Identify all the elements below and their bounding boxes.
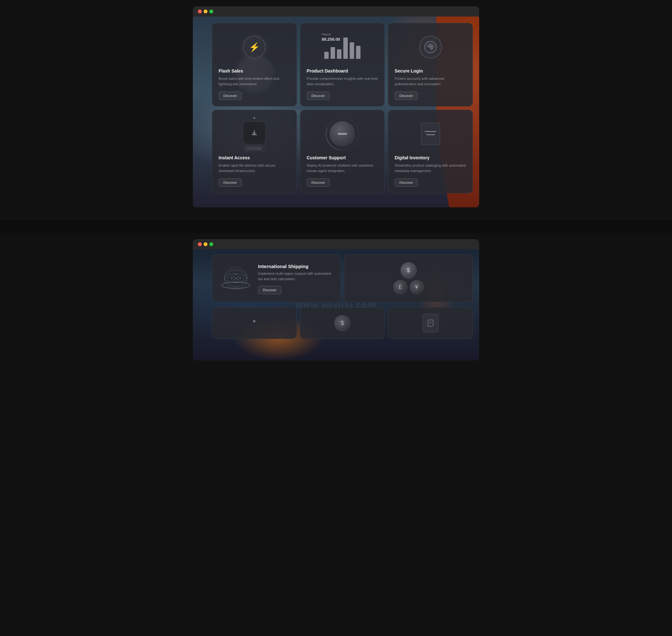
svg-point-17 bbox=[235, 274, 236, 275]
payout-label: Payout 88.256.00 bbox=[322, 33, 340, 42]
card-currency: $ £ ¥ bbox=[344, 254, 473, 302]
card-customer-support: Customer Support Deploy AI-powered chatb… bbox=[300, 110, 385, 193]
secure-desc: Protect accounts with advanced authentic… bbox=[395, 76, 466, 86]
dashboard-desc: Provide comprehensive insights with real… bbox=[307, 76, 378, 86]
svg-point-11 bbox=[238, 276, 238, 277]
browser-window-1: www.anyusj.com ⚡ Flash Sales Boost sales… bbox=[193, 6, 479, 207]
svg-point-10 bbox=[235, 278, 236, 279]
dot-green-1[interactable] bbox=[209, 9, 213, 13]
customer-icon-area bbox=[307, 116, 378, 151]
partial-card-1 bbox=[212, 307, 297, 339]
svg-point-14 bbox=[234, 280, 234, 280]
shipping-discover-button[interactable]: Discover bbox=[258, 286, 281, 294]
shipping-title: International Shipping bbox=[258, 264, 333, 269]
bar-4 bbox=[343, 38, 348, 59]
top-dot bbox=[253, 117, 255, 119]
dot-red-2[interactable] bbox=[198, 242, 202, 246]
flash-sales-icon-area: ⚡ bbox=[218, 29, 290, 64]
cards-grid-1: ⚡ Flash Sales Boost sales with time-limi… bbox=[193, 17, 479, 200]
bar-6 bbox=[356, 46, 361, 59]
partial-doc-icon bbox=[423, 314, 439, 332]
card-flash-sales: ⚡ Flash Sales Boost sales with time-limi… bbox=[212, 23, 297, 106]
browser-bg-1: www.anyusj.com ⚡ Flash Sales Boost sales… bbox=[193, 17, 479, 207]
browser-chrome-2 bbox=[193, 239, 479, 249]
download-svg bbox=[250, 128, 259, 137]
cards-grid-2: International Shipping Implement multi-r… bbox=[193, 249, 479, 307]
digital-discover-button[interactable]: Discover bbox=[395, 178, 418, 187]
browser-bg-2: www.anyusj.com bbox=[193, 249, 479, 361]
shipping-desc: Implement multi-region support with auto… bbox=[258, 271, 333, 281]
sphere-icon bbox=[330, 121, 355, 146]
section-separator bbox=[0, 220, 672, 233]
download-icon bbox=[243, 121, 266, 144]
customer-discover-button[interactable]: Discover bbox=[307, 178, 330, 187]
bar-2 bbox=[331, 47, 335, 59]
cards-grid-3: $ bbox=[193, 307, 479, 342]
dot-red-1[interactable] bbox=[198, 9, 202, 13]
fingerprint-svg bbox=[424, 41, 437, 54]
screen-bottom: www.anyusj.com bbox=[0, 239, 672, 361]
secure-title: Secure Login bbox=[395, 68, 466, 74]
flash-sales-desc: Boost sales with time-limited offers and… bbox=[218, 76, 290, 86]
instant-icon-area: DISCOVER bbox=[218, 116, 290, 151]
partial-dollar-icon: $ bbox=[334, 315, 350, 331]
svg-point-5 bbox=[228, 270, 244, 286]
dashboard-icon-area: Payout 88.256.00 bbox=[307, 29, 378, 64]
partial-card-2: $ bbox=[300, 307, 385, 339]
bar-1 bbox=[324, 52, 329, 59]
dashboard-discover-button[interactable]: Discover bbox=[307, 92, 330, 100]
flash-sales-discover-button[interactable]: Discover bbox=[218, 92, 242, 100]
browser-window-2: www.anyusj.com bbox=[193, 239, 479, 361]
currency-yen: ¥ bbox=[410, 280, 424, 294]
flash-sales-title: Flash Sales bbox=[218, 68, 290, 74]
currency-bottom-row: £ ¥ bbox=[393, 280, 424, 294]
partial-dot-icon bbox=[253, 320, 255, 322]
lightning-icon: ⚡ bbox=[243, 36, 266, 59]
dashboard-title: Product Dashboard bbox=[307, 68, 378, 74]
card-instant-access: DISCOVER Instant Access Enable rapid fil… bbox=[212, 110, 297, 193]
screen-top: www.anyusj.com ⚡ Flash Sales Boost sales… bbox=[0, 6, 672, 207]
currency-cluster: $ £ ¥ bbox=[393, 262, 424, 294]
doc-line-2 bbox=[426, 134, 435, 135]
instant-icon-group: DISCOVER bbox=[243, 117, 266, 151]
partial-doc-svg bbox=[426, 319, 435, 327]
bar-5 bbox=[350, 42, 354, 59]
digital-title: Digital Inventory bbox=[395, 155, 466, 160]
svg-rect-2 bbox=[252, 134, 257, 135]
globe-svg bbox=[220, 262, 252, 294]
globe-icon bbox=[220, 262, 252, 294]
fingerprint-icon bbox=[419, 36, 442, 59]
svg-point-1 bbox=[429, 46, 431, 48]
digital-icon-area bbox=[395, 116, 466, 151]
currency-dollar-top: $ bbox=[401, 262, 417, 278]
card-digital-inventory: Digital Inventory Streamline product cat… bbox=[388, 110, 473, 193]
card-product-dashboard: Payout 88.256.00 Product Dashboard bbox=[300, 23, 385, 106]
instant-desc: Enable rapid file delivery with secure d… bbox=[218, 163, 290, 173]
svg-point-16 bbox=[232, 278, 232, 279]
dot-yellow-2[interactable] bbox=[204, 242, 208, 246]
svg-point-12 bbox=[233, 276, 234, 277]
customer-title: Customer Support bbox=[307, 155, 378, 160]
dot-green-2[interactable] bbox=[209, 242, 213, 246]
svg-point-9 bbox=[222, 282, 250, 289]
bar-3 bbox=[337, 49, 341, 59]
currency-pound: £ bbox=[393, 280, 407, 294]
doc-line-1 bbox=[425, 131, 436, 132]
chart-icon: Payout 88.256.00 bbox=[322, 33, 363, 61]
doc-shape bbox=[421, 123, 440, 145]
card-secure-login: Secure Login Protect accounts with advan… bbox=[388, 23, 473, 106]
svg-point-0 bbox=[425, 41, 436, 53]
svg-point-15 bbox=[239, 278, 240, 279]
digital-desc: Streamline product cataloging with autom… bbox=[395, 163, 466, 173]
customer-desc: Deploy AI-powered chatbots with seamless… bbox=[307, 163, 378, 173]
document-icon bbox=[418, 121, 443, 146]
svg-point-13 bbox=[237, 280, 238, 280]
instant-title: Instant Access bbox=[218, 155, 290, 160]
card-international-shipping: International Shipping Implement multi-r… bbox=[212, 254, 341, 302]
secure-icon-area bbox=[395, 29, 466, 64]
instant-discover-button[interactable]: Discover bbox=[218, 178, 242, 187]
secure-discover-button[interactable]: Discover bbox=[395, 92, 418, 100]
sphere-bar bbox=[338, 133, 347, 135]
browser-chrome-1 bbox=[193, 6, 479, 17]
dot-yellow-1[interactable] bbox=[204, 9, 208, 13]
